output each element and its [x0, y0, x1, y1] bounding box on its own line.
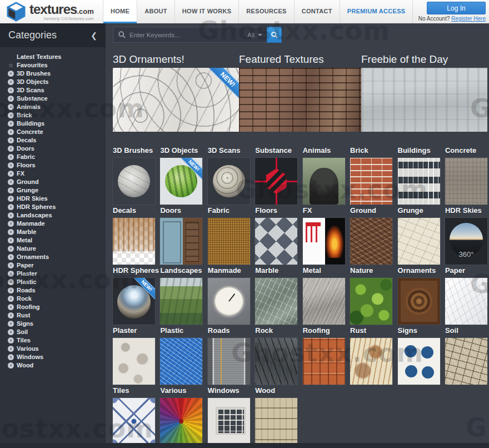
banner-image-3d-ornaments[interactable]: NEW!: [113, 68, 239, 132]
hdr-skies-thumbnail[interactable]: 360°: [445, 218, 487, 265]
grunge-thumbnail[interactable]: [398, 218, 440, 265]
sidebar-item-fabric[interactable]: ›Fabric: [0, 153, 106, 161]
sidebar-item-roofing[interactable]: ›Roofing: [0, 303, 106, 311]
sidebar-item-favourites[interactable]: ☆Favourites: [0, 61, 106, 69]
sidebar-item-grunge[interactable]: ›Grunge: [0, 186, 106, 195]
category-card-landscapes[interactable]: Landscapes: [160, 266, 202, 325]
landscapes-thumbnail[interactable]: [160, 278, 202, 325]
sidebar-item-nature[interactable]: ›Nature: [0, 245, 106, 253]
sidebar-item-roads[interactable]: ›Roads: [0, 286, 106, 295]
caret-down-icon[interactable]: [258, 34, 262, 36]
sidebar-item-signs[interactable]: ›Signs: [0, 320, 106, 328]
category-card-various[interactable]: Various: [160, 386, 202, 445]
sidebar-item-hdr-skies[interactable]: ›HDR Skies: [0, 195, 106, 203]
category-card-manmade[interactable]: Manmade: [208, 266, 250, 325]
category-card-animals[interactable]: Animals: [303, 146, 345, 205]
collapse-sidebar-icon[interactable]: ❮: [91, 31, 97, 40]
category-card-brick[interactable]: Brick: [350, 146, 392, 205]
category-card-fx[interactable]: FX: [303, 206, 345, 265]
sidebar-item-3d-scans[interactable]: ›3D Scans: [0, 86, 106, 94]
category-card-signs[interactable]: Signs: [398, 326, 440, 385]
floors-thumbnail[interactable]: [255, 218, 297, 265]
sidebar-item-rust[interactable]: ›Rust: [0, 311, 106, 320]
tiles-thumbnail[interactable]: [113, 398, 155, 445]
sidebar-item-metal[interactable]: ›Metal: [0, 236, 106, 245]
search-filter-dropdown[interactable]: All: [247, 32, 255, 38]
sidebar-item-3d-brushes[interactable]: ›3D Brushes: [0, 69, 106, 78]
banner-3d-ornaments[interactable]: 3D Ornaments!NEW!: [113, 53, 239, 132]
category-card-nature[interactable]: Nature: [350, 266, 392, 325]
sidebar-item-hdr-spheres[interactable]: ›HDR Spheres: [0, 203, 106, 211]
various-thumbnail[interactable]: [160, 398, 202, 445]
category-card-metal[interactable]: Metal: [303, 266, 345, 325]
doors-thumbnail[interactable]: [160, 218, 202, 265]
category-card-paper[interactable]: Paper: [445, 266, 487, 325]
sidebar-item-buildings[interactable]: ›Buildings: [0, 120, 106, 128]
banner-freebie-of-the-day[interactable]: Freebie of the Day: [361, 53, 487, 132]
sidebar-item-wood[interactable]: ›Wood: [0, 361, 106, 370]
brick-thumbnail[interactable]: [350, 158, 392, 205]
category-card-ornaments[interactable]: Ornaments: [398, 266, 440, 325]
substance-thumbnail[interactable]: [255, 158, 297, 205]
sidebar-item-animals[interactable]: ›Animals: [0, 103, 106, 111]
category-card-plastic[interactable]: Plastic: [160, 326, 202, 385]
category-card-fabric[interactable]: Fabric: [208, 206, 250, 265]
wood-thumbnail[interactable]: [255, 398, 297, 445]
tab-premium-access[interactable]: PREMIUM ACCESS: [340, 0, 413, 23]
sidebar-item-windows[interactable]: ›Windows: [0, 353, 106, 361]
sidebar-item-tiles[interactable]: ›Tiles: [0, 336, 106, 345]
roads-thumbnail[interactable]: [208, 338, 250, 385]
category-card-decals[interactable]: Decals: [113, 206, 155, 265]
rock-thumbnail[interactable]: [255, 338, 297, 385]
category-card-roofing[interactable]: Roofing: [303, 326, 345, 385]
tab-contact[interactable]: CONTACT: [294, 0, 340, 23]
sidebar-item-landscapes[interactable]: ›Landscapes: [0, 211, 106, 220]
plaster-thumbnail[interactable]: [113, 338, 155, 385]
category-card-plaster[interactable]: Plaster: [113, 326, 155, 385]
category-card-rust[interactable]: Rust: [350, 326, 392, 385]
category-card-3d-scans[interactable]: 3D Scans: [208, 146, 250, 205]
sidebar-item-decals[interactable]: ›Decals: [0, 136, 106, 145]
sidebar-item-substance[interactable]: ›Substance: [0, 94, 106, 103]
decals-thumbnail[interactable]: [113, 218, 155, 265]
category-card-wood[interactable]: Wood: [255, 386, 297, 445]
metal-thumbnail[interactable]: [303, 278, 345, 325]
sidebar-item-doors[interactable]: ›Doors: [0, 145, 106, 153]
search-button[interactable]: [267, 27, 282, 43]
rust-thumbnail[interactable]: [350, 338, 392, 385]
ornaments-thumbnail[interactable]: [398, 278, 440, 325]
sidebar-item-brick[interactable]: ›Brick: [0, 111, 106, 120]
fx-thumbnail[interactable]: [303, 218, 345, 265]
tab-about[interactable]: ABOUT: [137, 0, 174, 23]
login-button[interactable]: Log In: [427, 2, 486, 14]
sidebar-item-marble[interactable]: ›Marble: [0, 228, 106, 236]
sidebar-item-soil[interactable]: ›Soil: [0, 328, 106, 336]
hdr-spheres-thumbnail[interactable]: NEW!: [113, 278, 155, 325]
category-card-tiles[interactable]: Tiles: [113, 386, 155, 445]
tab-how-it-works[interactable]: HOW IT WORKS: [174, 0, 239, 23]
category-card-substance[interactable]: Substance: [255, 146, 297, 205]
banner-featured-textures[interactable]: Featured Textures: [239, 53, 361, 132]
sidebar-item-plastic[interactable]: ›Plastic: [0, 278, 106, 286]
sidebar-item-floors[interactable]: ›Floors: [0, 161, 106, 170]
plastic-thumbnail[interactable]: [160, 338, 202, 385]
animals-thumbnail[interactable]: [303, 158, 345, 205]
3d-objects-thumbnail[interactable]: NEW!: [160, 158, 202, 205]
tab-resources[interactable]: RESOURCES: [238, 0, 293, 23]
category-card-floors[interactable]: Floors: [255, 206, 297, 265]
signs-thumbnail[interactable]: [398, 338, 440, 385]
tab-home[interactable]: HOME: [103, 0, 137, 23]
buildings-thumbnail[interactable]: [398, 158, 440, 205]
3d-brushes-thumbnail[interactable]: [113, 158, 155, 205]
category-card-marble[interactable]: Marble: [255, 266, 297, 325]
category-card-hdr-spheres[interactable]: HDR SpheresNEW!: [113, 266, 155, 325]
category-card-hdr-skies[interactable]: HDR Skies360°: [445, 206, 487, 265]
ground-thumbnail[interactable]: [350, 218, 392, 265]
category-card-3d-objects[interactable]: 3D ObjectsNEW!: [160, 146, 202, 205]
register-link[interactable]: Register Here: [451, 16, 486, 22]
concrete-thumbnail[interactable]: [445, 158, 487, 205]
sidebar-item-latest-textures[interactable]: Latest Textures: [0, 53, 106, 61]
sidebar-item-manmade[interactable]: ›Manmade: [0, 220, 106, 228]
fabric-thumbnail[interactable]: [208, 218, 250, 265]
3d-scans-thumbnail[interactable]: [208, 158, 250, 205]
